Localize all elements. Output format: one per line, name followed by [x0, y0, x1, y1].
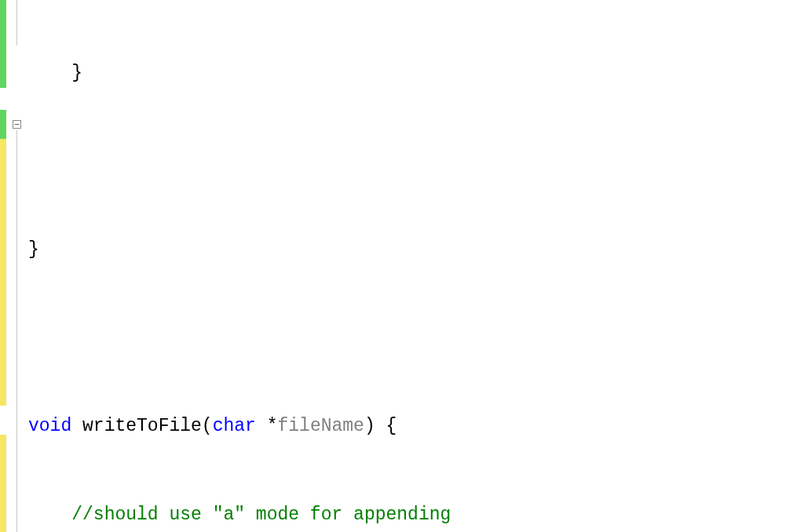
- code-area[interactable]: } } void writeToFile(char *fileName) { /…: [22, 0, 804, 532]
- margin-saved: [0, 110, 6, 139]
- code-line[interactable]: [22, 324, 804, 354]
- code-line[interactable]: //should use "a" mode for appending: [22, 501, 804, 530]
- fold-column: −: [6, 0, 22, 532]
- margin-modified: [0, 435, 6, 532]
- fold-toggle-icon[interactable]: −: [13, 120, 21, 129]
- margin-modified: [0, 139, 6, 406]
- fold-guide: [16, 0, 17, 46]
- code-line[interactable]: void writeToFile(char *fileName) {: [22, 412, 804, 442]
- code-line[interactable]: [22, 148, 804, 177]
- code-line[interactable]: }: [22, 235, 804, 265]
- fold-guide: [16, 130, 17, 532]
- margin-saved: [0, 0, 6, 88]
- code-editor[interactable]: − } } void writeToFile(char *fileName) {…: [0, 0, 804, 532]
- minus-icon: −: [14, 119, 20, 129]
- code-line[interactable]: }: [22, 59, 804, 89]
- change-margin: [0, 0, 6, 532]
